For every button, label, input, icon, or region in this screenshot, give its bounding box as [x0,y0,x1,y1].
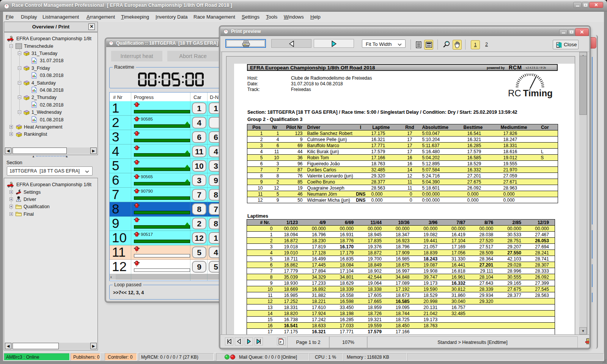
svg-text:!: ! [136,250,137,253]
svg-text:#: # [280,340,281,344]
svg-text:!: ! [136,265,137,267]
